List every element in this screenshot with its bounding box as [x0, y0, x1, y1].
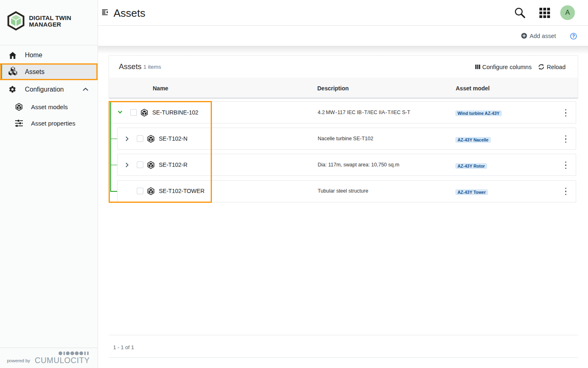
- svg-text:?: ?: [572, 34, 575, 38]
